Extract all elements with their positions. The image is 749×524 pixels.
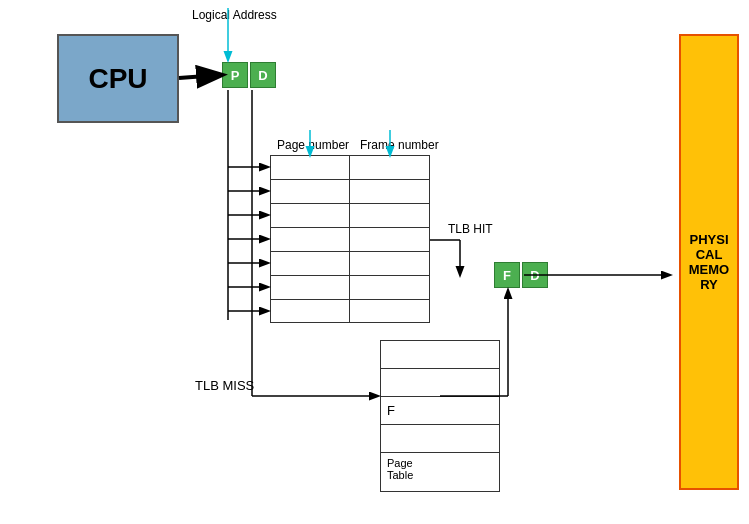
f-box: F — [494, 262, 520, 288]
tlb-miss-label: TLB MISS — [195, 378, 254, 393]
frame-number-label: Frame number — [360, 138, 439, 152]
page-table-f-cell: F — [380, 396, 500, 424]
tlb-table — [270, 155, 430, 323]
page-table-label: PageTable — [380, 452, 500, 492]
diagram-container: CPU Logical Address P D Page number Fram… — [0, 0, 749, 524]
logical-address-label: Logical Address — [192, 8, 277, 22]
p-box: P — [222, 62, 248, 88]
cpu-label: CPU — [88, 63, 147, 95]
physical-memory-box: PHYSICAL MEMORY — [679, 34, 739, 490]
pd-container: P D — [222, 62, 276, 88]
svg-line-0 — [179, 75, 220, 78]
page-number-label: Page number — [277, 138, 349, 152]
page-table: F PageTable — [380, 340, 500, 492]
tlb-hit-label: TLB HIT — [448, 222, 493, 236]
physical-memory-label: PHYSICAL MEMORY — [681, 228, 737, 296]
fd-container: F D — [494, 262, 548, 288]
d-box: D — [250, 62, 276, 88]
d-box-output: D — [522, 262, 548, 288]
cpu-box: CPU — [57, 34, 179, 123]
